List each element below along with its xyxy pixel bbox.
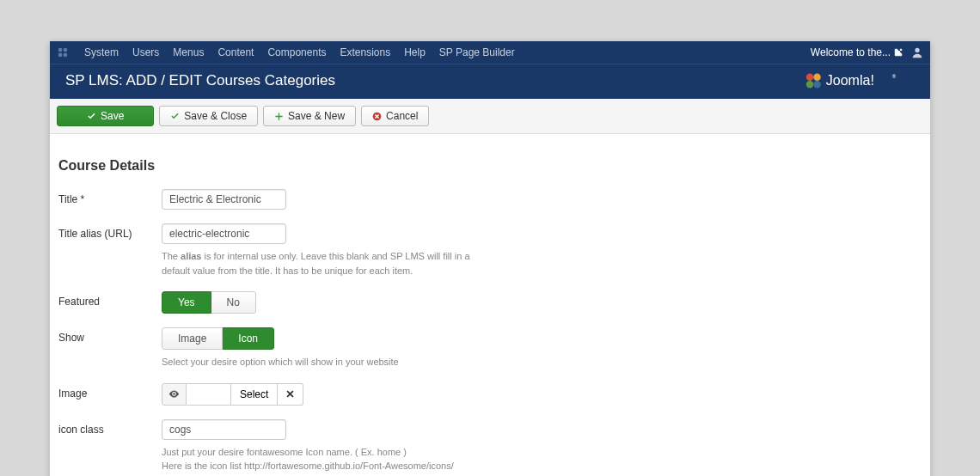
menu-components[interactable]: Components xyxy=(260,46,333,58)
apply-icon xyxy=(87,112,96,121)
cancel-icon xyxy=(372,112,382,121)
check-icon xyxy=(170,112,180,121)
save-new-label: Save & New xyxy=(288,110,345,122)
title-label: Title * xyxy=(58,189,162,210)
show-label: Show xyxy=(58,327,162,369)
svg-point-2 xyxy=(58,53,63,58)
field-alias: Title alias (URL) The alias is for inter… xyxy=(58,223,922,278)
menu-users[interactable]: Users xyxy=(126,46,166,58)
alias-input[interactable] xyxy=(162,223,286,244)
icon-class-input[interactable] xyxy=(162,419,286,440)
featured-yes[interactable]: Yes xyxy=(162,291,211,314)
plus-icon xyxy=(274,112,284,121)
svg-text:®: ® xyxy=(892,74,897,79)
svg-point-3 xyxy=(64,53,68,58)
welcome-text: Welcome to the... xyxy=(811,46,891,58)
app-window: System Users Menus Content Components Ex… xyxy=(50,41,930,476)
form-content: Course Details Title * Title alias (URL)… xyxy=(50,134,930,476)
menu-system[interactable]: System xyxy=(77,46,126,58)
admin-topbar: System Users Menus Content Components Ex… xyxy=(50,41,930,64)
menu-help[interactable]: Help xyxy=(397,46,432,58)
field-show: Show Image Icon Select your desire optio… xyxy=(58,327,922,369)
image-path-input[interactable] xyxy=(187,383,231,406)
image-clear-button[interactable] xyxy=(278,383,303,406)
menu-sp-page-builder[interactable]: SP Page Builder xyxy=(432,46,522,58)
show-icon[interactable]: Icon xyxy=(223,327,274,350)
external-link-icon xyxy=(894,48,903,57)
field-title: Title * xyxy=(58,189,922,210)
svg-point-1 xyxy=(64,48,68,52)
joomla-logo: Joomla! ® xyxy=(805,71,915,90)
svg-point-7 xyxy=(806,81,813,88)
svg-point-6 xyxy=(813,74,820,81)
menu-content[interactable]: Content xyxy=(211,46,260,58)
close-icon xyxy=(285,389,295,399)
svg-point-12 xyxy=(173,393,175,394)
image-select-button[interactable]: Select xyxy=(231,383,278,406)
eye-icon xyxy=(168,388,180,400)
field-image: Image Select xyxy=(58,383,922,406)
svg-point-8 xyxy=(813,81,820,88)
topbar-left: System Users Menus Content Components Ex… xyxy=(57,46,522,58)
topbar-right: Welcome to the... xyxy=(811,46,923,58)
svg-point-0 xyxy=(58,48,63,52)
show-toggle: Image Icon xyxy=(162,327,274,350)
svg-point-4 xyxy=(915,48,919,52)
alias-label: Title alias (URL) xyxy=(58,223,162,278)
save-button[interactable]: Save xyxy=(57,106,154,126)
save-label: Save xyxy=(101,110,124,122)
save-new-button[interactable]: Save & New xyxy=(263,106,356,126)
field-icon-class: icon class Just put your desire fontawes… xyxy=(58,419,922,473)
section-title: Course Details xyxy=(58,158,922,174)
featured-no[interactable]: No xyxy=(211,291,256,314)
joomla-icon xyxy=(57,46,69,58)
show-image[interactable]: Image xyxy=(162,327,223,350)
svg-text:Joomla!: Joomla! xyxy=(826,72,874,88)
icon-class-label: icon class xyxy=(58,419,162,473)
preview-icon-button[interactable] xyxy=(162,383,187,406)
menu-extensions[interactable]: Extensions xyxy=(333,46,397,58)
cancel-label: Cancel xyxy=(386,110,418,122)
cancel-button[interactable]: Cancel xyxy=(361,106,429,126)
page-title: SP LMS: ADD / EDIT Courses Categories xyxy=(65,72,335,89)
save-close-button[interactable]: Save & Close xyxy=(159,106,258,126)
icon-class-help: Just put your desire fontawesome Icon na… xyxy=(162,445,488,473)
welcome-link[interactable]: Welcome to the... xyxy=(811,46,903,58)
featured-label: Featured xyxy=(58,291,162,314)
action-toolbar: Save Save & Close Save & New Cancel xyxy=(50,99,930,134)
image-label: Image xyxy=(58,383,162,406)
image-selector: Select xyxy=(162,383,303,406)
title-input[interactable] xyxy=(162,189,286,210)
svg-point-5 xyxy=(806,74,813,81)
save-close-label: Save & Close xyxy=(184,110,247,122)
show-help: Select your desire option which will sho… xyxy=(162,355,488,369)
menu-menus[interactable]: Menus xyxy=(166,46,211,58)
alias-help: The alias is for internal use only. Leav… xyxy=(162,249,488,278)
page-header: SP LMS: ADD / EDIT Courses Categories Jo… xyxy=(50,64,930,99)
user-icon[interactable] xyxy=(911,46,923,58)
featured-toggle: Yes No xyxy=(162,291,256,314)
field-featured: Featured Yes No xyxy=(58,291,922,314)
